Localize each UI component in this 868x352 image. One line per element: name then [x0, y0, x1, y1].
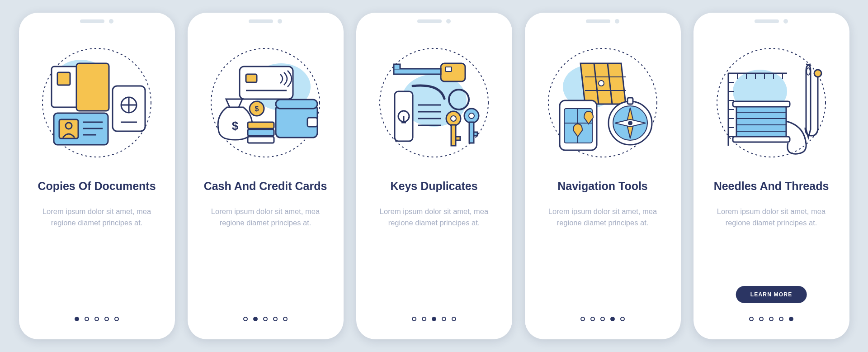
notch-camera — [615, 19, 619, 24]
onboarding-card-1: Copies Of Documents Lorem ipsum dolor si… — [19, 13, 175, 339]
phone-notch — [249, 19, 282, 24]
dot-5[interactable] — [283, 317, 288, 321]
learn-more-button[interactable]: LEARN MORE — [736, 286, 807, 303]
svg-rect-28 — [248, 129, 274, 136]
dot-1[interactable] — [749, 317, 754, 321]
notch-camera — [783, 19, 788, 24]
dot-5[interactable] — [114, 317, 119, 321]
pagination-dots — [412, 317, 456, 321]
notch-camera — [109, 19, 113, 24]
svg-rect-49 — [474, 132, 477, 136]
documents-icon — [36, 42, 158, 164]
svg-rect-61 — [736, 106, 786, 138]
dot-2[interactable] — [590, 317, 595, 321]
dot-3[interactable] — [432, 317, 436, 321]
dot-2[interactable] — [85, 317, 89, 321]
notch-speaker — [586, 19, 610, 23]
pagination-dots — [75, 317, 119, 321]
keys-icon — [373, 42, 495, 164]
svg-rect-33 — [445, 67, 452, 71]
svg-rect-29 — [248, 137, 274, 143]
pagination-dots — [580, 317, 625, 321]
svg-text:$: $ — [255, 105, 259, 113]
phone-notch — [755, 19, 788, 24]
dot-4[interactable] — [610, 317, 615, 321]
onboarding-card-4: Navigation Tools Lorem ipsum dolor sit a… — [525, 13, 681, 339]
svg-rect-62 — [733, 101, 790, 107]
pagination-dots — [243, 317, 288, 321]
svg-rect-19 — [246, 74, 257, 82]
card-description: Lorem ipsum dolor sit amet, mea regione … — [207, 206, 324, 228]
dot-2[interactable] — [759, 317, 764, 321]
dot-3[interactable] — [94, 317, 99, 321]
dot-4[interactable] — [273, 317, 278, 321]
card-title: Cash And Credit Cards — [204, 179, 327, 193]
dot-2[interactable] — [253, 317, 258, 321]
dot-2[interactable] — [422, 317, 426, 321]
dot-1[interactable] — [243, 317, 248, 321]
card-title: Navigation Tools — [557, 179, 648, 193]
svg-rect-58 — [627, 98, 633, 104]
notch-speaker — [249, 19, 273, 23]
svg-rect-45 — [456, 137, 460, 140]
dot-4[interactable] — [779, 317, 783, 321]
svg-rect-22 — [276, 100, 317, 109]
onboarding-card-5: Needles And Threads Lorem ipsum dolor si… — [693, 13, 849, 339]
dot-3[interactable] — [263, 317, 268, 321]
card-description: Lorem ipsum dolor sit amet, mea regione … — [544, 206, 661, 228]
svg-point-64 — [807, 68, 810, 75]
dot-1[interactable] — [412, 317, 416, 321]
dot-5[interactable] — [452, 317, 456, 321]
card-description: Lorem ipsum dolor sit amet, mea regione … — [375, 206, 493, 228]
svg-point-52 — [599, 81, 604, 86]
svg-point-65 — [814, 70, 821, 77]
dot-1[interactable] — [75, 317, 79, 321]
onboarding-card-3: Keys Duplicates Lorem ipsum dolor sit am… — [356, 13, 512, 339]
svg-point-47 — [469, 113, 474, 119]
pagination-dots — [749, 317, 793, 321]
dot-5[interactable] — [789, 317, 793, 321]
phone-notch — [586, 19, 619, 24]
svg-point-43 — [451, 116, 456, 121]
needle-thread-icon — [710, 42, 832, 164]
dot-4[interactable] — [104, 317, 109, 321]
navigation-icon — [542, 42, 664, 164]
card-description: Lorem ipsum dolor sit amet, mea regione … — [38, 206, 156, 228]
svg-rect-4 — [76, 63, 109, 111]
cash-cards-icon: $ $ — [204, 42, 326, 164]
notch-speaker — [417, 19, 442, 23]
svg-rect-3 — [57, 72, 70, 85]
notch-camera — [278, 19, 282, 24]
notch-speaker — [755, 19, 779, 23]
dot-1[interactable] — [580, 317, 585, 321]
phone-notch — [417, 19, 451, 24]
svg-rect-44 — [451, 125, 456, 146]
card-title: Needles And Threads — [714, 179, 829, 193]
notch-speaker — [80, 19, 104, 23]
card-title: Copies Of Documents — [38, 179, 156, 193]
svg-rect-63 — [733, 137, 790, 142]
dot-3[interactable] — [600, 317, 605, 321]
onboarding-card-2: $ $ Cash And Credit Cards Lorem ipsum do… — [188, 13, 344, 339]
phone-notch — [80, 19, 113, 24]
svg-rect-27 — [248, 122, 274, 128]
card-title: Keys Duplicates — [390, 179, 477, 193]
dot-4[interactable] — [442, 317, 446, 321]
svg-text:$: $ — [232, 119, 239, 133]
dot-3[interactable] — [769, 317, 774, 321]
card-description: Lorem ipsum dolor sit amet, mea regione … — [712, 206, 830, 228]
notch-camera — [446, 19, 451, 24]
svg-rect-34 — [394, 69, 441, 74]
svg-rect-23 — [307, 118, 317, 127]
svg-rect-32 — [441, 63, 465, 81]
dot-5[interactable] — [620, 317, 625, 321]
svg-point-57 — [628, 121, 632, 125]
